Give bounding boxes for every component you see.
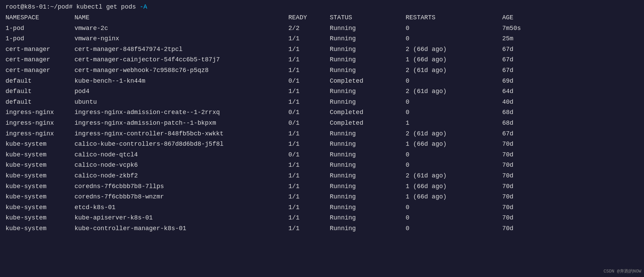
pod-age: 70d	[502, 213, 544, 223]
pod-age: 70d	[502, 202, 544, 213]
table-row: default ubuntu 1/1 Running 0 40d	[6, 97, 638, 107]
pod-status: Completed	[330, 76, 406, 86]
pod-namespace: default	[6, 86, 75, 97]
pods-table: NAMESPACE NAME READY STATUS RESTARTS AGE…	[6, 12, 638, 234]
pod-restarts: 2 (66d ago)	[406, 44, 502, 55]
pod-namespace: ingress-nginx	[6, 107, 75, 118]
table-row: ingress-nginx ingress-nginx-controller-8…	[6, 129, 638, 139]
pod-name: vmware-2c	[75, 23, 288, 34]
table-row: kube-system kube-apiserver-k8s-01 1/1 Ru…	[6, 213, 638, 223]
pod-restarts: 0	[406, 107, 502, 118]
pod-status: Running	[330, 44, 406, 55]
watermark: CSDN @奔跑的NOW	[604, 268, 641, 274]
pod-restarts: 0	[406, 33, 502, 44]
pod-namespace: kube-system	[6, 171, 75, 181]
pod-name: ingress-nginx-admission-patch--1-bkpxm	[75, 118, 288, 129]
pod-restarts: 2 (61d ago)	[406, 86, 502, 97]
pod-status: Running	[330, 23, 406, 34]
pod-restarts: 1 (66d ago)	[406, 54, 502, 65]
pod-name: calico-node-vcpk6	[75, 160, 288, 171]
table-row: cert-manager cert-manager-848f547974-2tp…	[6, 44, 638, 55]
table-row: kube-system kube-controller-manager-k8s-…	[6, 223, 638, 234]
pod-age: 70d	[502, 150, 544, 160]
pod-ready: 1/1	[288, 223, 330, 234]
pod-name: etcd-k8s-01	[75, 202, 288, 213]
pod-status: Running	[330, 150, 406, 160]
pod-name: calico-node-zkbf2	[75, 171, 288, 181]
pod-restarts: 0	[406, 160, 502, 171]
pod-restarts: 0	[406, 150, 502, 160]
pod-namespace: default	[6, 97, 75, 107]
pod-age: 40d	[502, 97, 544, 107]
table-row: kube-system calico-node-vcpk6 1/1 Runnin…	[6, 160, 638, 171]
pod-name: calico-kube-controllers-867d8d6bd8-j5f8l	[75, 139, 288, 150]
pod-name: coredns-7f6cbbb7b8-wnzmr	[75, 192, 288, 202]
pod-namespace: kube-system	[6, 202, 75, 213]
pod-status: Running	[330, 171, 406, 181]
pod-namespace: kube-system	[6, 223, 75, 234]
pod-age: 64d	[502, 86, 544, 97]
pod-name: cert-manager-cainjector-54f4cc6b5-t87j7	[75, 54, 288, 65]
pod-restarts: 0	[406, 223, 502, 234]
table-row: kube-system coredns-7f6cbbb7b8-wnzmr 1/1…	[6, 192, 638, 202]
table-row: kube-system calico-node-zkbf2 1/1 Runnin…	[6, 171, 638, 181]
pod-restarts: 1	[406, 118, 502, 129]
pod-age: 67d	[502, 65, 544, 76]
pod-ready: 1/1	[288, 139, 330, 150]
header-restarts: RESTARTS	[406, 12, 502, 23]
pod-namespace: 1-pod	[6, 23, 75, 34]
pod-ready: 1/1	[288, 65, 330, 76]
pod-age: 70d	[502, 192, 544, 202]
pod-namespace: kube-system	[6, 160, 75, 171]
pod-status: Completed	[330, 118, 406, 129]
pod-restarts: 1 (66d ago)	[406, 192, 502, 202]
pod-age: 70d	[502, 171, 544, 181]
pod-name: ingress-nginx-controller-848fb5bcb-xwkkt	[75, 129, 288, 139]
flag-text: -A	[140, 3, 147, 10]
pod-restarts: 0	[406, 76, 502, 86]
pod-namespace: ingress-nginx	[6, 118, 75, 129]
pod-ready: 1/1	[288, 202, 330, 213]
pod-ready: 1/1	[288, 213, 330, 223]
pod-name: ingress-nginx-admission-create--1-2rrxq	[75, 107, 288, 118]
pod-ready: 1/1	[288, 192, 330, 202]
table-row: ingress-nginx ingress-nginx-admission-pa…	[6, 118, 638, 129]
pod-restarts: 0	[406, 213, 502, 223]
table-row: kube-system coredns-7f6cbbb7b8-7llps 1/1…	[6, 181, 638, 192]
table-row: kube-system calico-kube-controllers-867d…	[6, 139, 638, 150]
pod-status: Running	[330, 86, 406, 97]
pod-namespace: 1-pod	[6, 33, 75, 44]
terminal: root@k8s-01:~/pod# kubectl get pods -A N…	[0, 0, 644, 277]
pod-name: kube-bench--1-kn44m	[75, 76, 288, 86]
pod-age: 69d	[502, 76, 544, 86]
table-row: default pod4 1/1 Running 2 (61d ago) 64d	[6, 86, 638, 97]
pod-status: Running	[330, 139, 406, 150]
pod-ready: 1/1	[288, 86, 330, 97]
table-header: NAMESPACE NAME READY STATUS RESTARTS AGE	[6, 12, 638, 23]
pod-name: cert-manager-848f547974-2tpcl	[75, 44, 288, 55]
pod-namespace: cert-manager	[6, 54, 75, 65]
header-namespace: NAMESPACE	[6, 12, 75, 23]
command-line: root@k8s-01:~/pod# kubectl get pods -A	[6, 3, 638, 10]
pod-status: Running	[330, 181, 406, 192]
pod-restarts: 1 (66d ago)	[406, 181, 502, 192]
pod-ready: 1/1	[288, 97, 330, 107]
pod-ready: 0/1	[288, 107, 330, 118]
pod-ready: 1/1	[288, 129, 330, 139]
pod-namespace: default	[6, 76, 75, 86]
pod-ready: 1/1	[288, 33, 330, 44]
header-status: STATUS	[330, 12, 406, 23]
header-name: NAME	[75, 12, 288, 23]
pod-age: 7m50s	[502, 23, 544, 34]
pod-name: cert-manager-webhook-7c9588c76-p5qz8	[75, 65, 288, 76]
pod-age: 67d	[502, 44, 544, 55]
pod-ready: 1/1	[288, 160, 330, 171]
pod-ready: 0/1	[288, 118, 330, 129]
pod-restarts: 0	[406, 202, 502, 213]
pod-namespace: kube-system	[6, 213, 75, 223]
command-text: kubectl get pods	[76, 3, 140, 10]
pod-status: Running	[330, 54, 406, 65]
pod-name: calico-node-qtcl4	[75, 150, 288, 160]
pod-status: Running	[330, 223, 406, 234]
pod-age: 68d	[502, 107, 544, 118]
